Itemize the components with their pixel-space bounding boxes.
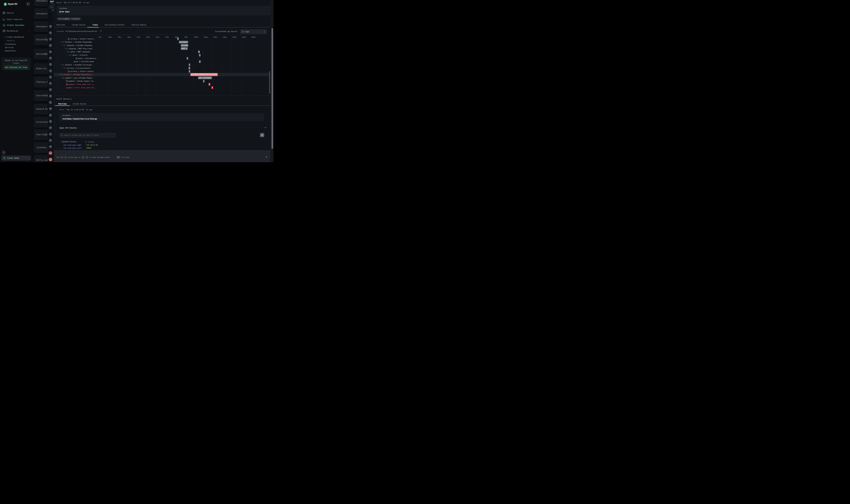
swap-arrows-icon[interactable]: ⇄ (49, 151, 52, 155)
span-duration-bar[interactable]: P (198, 51, 200, 53)
chevron-down-icon[interactable]: › (59, 65, 61, 66)
tab-column-values[interactable]: Column Values (72, 24, 86, 26)
trace-span-row[interactable]: payment | Error: Visa cache ful… (54, 86, 98, 89)
span-duration-bar[interactable]: oteldemo. (179, 41, 188, 43)
chevron-down-icon[interactable]: › (65, 51, 67, 52)
trace-span-row[interactable]: ›(1)checkout | oteldemo.PaymentServi… (54, 73, 98, 76)
trace-span-row[interactable]: currency | Convert convers… (54, 70, 98, 73)
trace-span-row[interactable]: ›(1)currency | Currency/Convert (54, 67, 98, 70)
collapse-section-icon[interactable] (265, 127, 267, 129)
location-pin-icon[interactable] (49, 145, 52, 148)
location-pin-icon[interactable] (49, 82, 52, 85)
get-started-button[interactable]: Get Started for Free (4, 65, 29, 69)
location-pin-icon[interactable] (49, 94, 52, 98)
chevron-down-icon[interactable]: › (60, 77, 61, 78)
location-pin-icon[interactable] (49, 126, 52, 130)
location-pin-icon[interactable] (49, 139, 52, 142)
span-duration-bar[interactable]: V (209, 83, 210, 86)
trace-span-row[interactable]: currency | Convert convers… (54, 37, 98, 40)
preset-kubernetes[interactable]: Kubernetes (5, 50, 16, 52)
attribute-search-input[interactable] (64, 134, 114, 137)
trace-span-row[interactable]: ›(1)checkout | oteldemo.CurrencySe… (54, 63, 98, 67)
location-pin-icon[interactable] (49, 43, 52, 47)
terminal-icon[interactable] (49, 158, 52, 161)
service-name-chip[interactable]: ServiceName: frontend (57, 17, 81, 21)
close-icon[interactable]: × (266, 156, 267, 159)
scrollbar[interactable] (270, 0, 273, 162)
trace-span-row[interactable]: ›(1)shipping | POST http://quo… (54, 47, 98, 50)
local-mode-button[interactable]: U Local mode › (1, 156, 31, 161)
chevron-down-icon[interactable]: › (67, 55, 69, 56)
sidebar-item-search[interactable]: Search (0, 11, 33, 15)
preset-services[interactable]: Services (5, 47, 14, 49)
location-pin-icon[interactable] (49, 120, 52, 123)
log-source-select[interactable]: Logs (240, 30, 267, 34)
span-duration-bar[interactable]: ( (199, 54, 201, 56)
trace-span-row[interactable]: payment | Charge request rec… (54, 79, 98, 83)
edit-icon[interactable] (100, 30, 102, 32)
span-duration-bar[interactable]: oteldemo (181, 44, 188, 47)
attributes-root-node[interactable]: ›SpanAttributes (60, 141, 76, 143)
tab-overview[interactable]: Overview (56, 24, 65, 26)
chevron-down-icon[interactable]: › (61, 68, 63, 69)
help-button[interactable]: ? (1, 150, 6, 155)
attribute-row[interactable]: net.sock.peer.port"50051" (64, 147, 82, 149)
tab-overview[interactable]: Overview (58, 103, 67, 105)
gear-icon[interactable]: ⚙ (260, 133, 264, 137)
location-pin-icon[interactable] (49, 132, 52, 136)
location-pin-icon[interactable] (49, 50, 52, 54)
trace-span-row[interactable]: quote | calculate-quote (54, 60, 98, 63)
span-duration-bar[interactable]: ( (177, 37, 179, 40)
attribute-row[interactable]: net.sock.peer.addr"172.28.0.10" (64, 144, 82, 146)
tab-session-replay[interactable]: Session Replay (132, 24, 146, 26)
location-pin-icon[interactable] (49, 88, 52, 92)
trace-span-row[interactable]: quote | Calculated q… (54, 57, 98, 60)
timeline-tick-label: 100ms (194, 36, 199, 38)
tab-surrounding-context[interactable]: Surrounding Context (105, 24, 125, 26)
chevron-down-icon[interactable]: › (58, 74, 59, 75)
scrollbar-thumb[interactable] (272, 28, 273, 149)
trace-span-row[interactable]: ›(1)quote | POST /getquote (54, 50, 98, 54)
location-pin-icon[interactable] (49, 113, 52, 117)
location-pin-icon[interactable] (49, 69, 52, 73)
session-filter-button[interactable]: H (51, 9, 54, 11)
trace-span-row[interactable]: payment | Visa cache full: c… (54, 83, 98, 86)
create-dashboard-button[interactable]: + Create Dashboard (4, 36, 24, 38)
session-search-input[interactable] (49, 5, 54, 9)
chevron-down-icon[interactable]: › (63, 48, 65, 49)
span-duration-bar[interactable]: POST h (181, 47, 187, 50)
location-pin-icon[interactable] (49, 24, 52, 28)
span-duration-bar[interactable]: E (212, 86, 213, 89)
span-duration-bar[interactable]: oteldemo.PaymentService/Char (191, 73, 218, 76)
span-duration-bar[interactable]: ( (189, 64, 190, 66)
trace-span-row[interactable]: ›(1)shipping | oteldemo.Shipping… (54, 44, 98, 47)
location-pin-icon[interactable] (49, 37, 52, 41)
location-pin-icon[interactable] (49, 62, 52, 66)
location-pin-icon[interactable] (49, 75, 52, 79)
sidebar-item-client-sessions[interactable]: Client Sessions (0, 23, 33, 28)
span-duration-bar[interactable]: ( (203, 80, 205, 83)
tab-column-values[interactable]: Column Values (73, 103, 86, 105)
span-duration-bar[interactable]: ( (188, 67, 190, 69)
location-pin-icon[interactable] (49, 56, 52, 60)
presets-section[interactable]: › PRESETS (4, 40, 15, 42)
tab-trace[interactable]: Trace (92, 24, 98, 26)
span-duration-bar[interactable]: grpc.oteldemo. (198, 76, 212, 79)
chevron-down-icon[interactable]: › (59, 42, 61, 42)
trace-span-row[interactable]: ›(3)payment | grpc.oteldemo.Paymen… (54, 76, 98, 79)
sidebar-item-chart-explorer[interactable]: Chart Explorer (0, 17, 33, 22)
preset-clickhouse[interactable]: Clickhouse (5, 43, 16, 45)
trace-span-row[interactable]: ›(2)quote | {closure} (54, 54, 98, 57)
span-duration-bar[interactable]: ( (199, 60, 201, 63)
sidebar-collapse-icon[interactable] (27, 3, 30, 6)
trace-span-row[interactable]: ›(1)checkout | oteldemo.ShippingSe… (54, 40, 98, 44)
span-duration-bar[interactable]: ( (189, 70, 190, 73)
location-pin-icon[interactable] (49, 31, 52, 35)
location-pin-icon[interactable] (49, 101, 52, 104)
location-pin-icon[interactable] (49, 107, 52, 111)
timeline-tick-label: 20ms (118, 36, 121, 38)
sidebar-item-dashboards[interactable]: Dashboards › (0, 29, 33, 33)
waterfall-scrollbar-thumb[interactable] (269, 71, 270, 94)
chevron-down-icon[interactable]: › (61, 45, 63, 46)
span-duration-bar[interactable]: ( (186, 57, 188, 60)
